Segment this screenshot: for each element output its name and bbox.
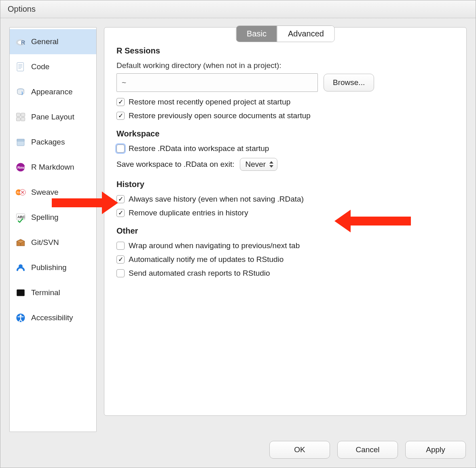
svg-rect-14 (17, 139, 24, 141)
sidebar-item-label: Git/SVN (31, 238, 59, 247)
heading-other: Other (116, 226, 454, 236)
checkbox-label: Restore most recently opened project at … (129, 98, 290, 106)
sidebar-item-label: Pane Layout (31, 113, 74, 121)
settings-panel: R Sessions Default working directory (wh… (104, 27, 467, 416)
sidebar-item-spelling[interactable]: ABC Spelling (10, 205, 96, 230)
svg-text:ABC: ABC (17, 215, 25, 219)
rmarkdown-icon: Rmd (15, 162, 26, 173)
heading-workspace: Workspace (116, 129, 454, 138)
heading-history: History (116, 180, 454, 189)
checkbox-notify-updates[interactable] (116, 255, 125, 264)
sidebar-item-label: General (31, 37, 59, 46)
sidebar-item-label: Terminal (31, 288, 60, 297)
checkbox-label: Wrap around when navigating to previous/… (129, 241, 300, 250)
svg-text:Rmd: Rmd (17, 166, 25, 170)
svg-rect-3 (17, 62, 23, 71)
save-workspace-label: Save workspace to .RData on exit: (116, 160, 234, 169)
package-icon (15, 136, 26, 148)
dialog-body: R General Code Appearance Pane (0, 18, 476, 441)
browse-button[interactable]: Browse... (324, 74, 374, 91)
tab-basic[interactable]: Basic (236, 26, 277, 42)
sidebar-item-terminal[interactable]: Terminal (10, 280, 96, 305)
panes-icon (15, 111, 26, 123)
sidebar-item-code[interactable]: Code (10, 54, 96, 79)
sidebar-item-general[interactable]: R General (10, 29, 96, 54)
tab-advanced[interactable]: Advanced (277, 26, 334, 42)
annotation-arrow-left (52, 198, 104, 207)
sidebar-item-label: Sweave (31, 188, 59, 197)
svg-rect-11 (16, 117, 20, 121)
svg-rect-23 (17, 289, 25, 296)
checkbox-label: Always save history (even when not savin… (129, 195, 304, 204)
sidebar-item-label: Accessibility (31, 313, 73, 322)
sidebar-item-pane-layout[interactable]: Pane Layout (10, 104, 96, 130)
select-value: Never (245, 160, 266, 169)
document-icon (15, 61, 26, 72)
annotation-arrow-right (348, 217, 411, 225)
dialog-title: Options (0, 0, 476, 18)
sidebar-item-label: Publishing (31, 263, 67, 272)
accessibility-icon (15, 312, 26, 323)
ok-button[interactable]: OK (269, 441, 330, 459)
svg-point-25 (20, 315, 22, 317)
publishing-icon (15, 262, 26, 273)
sidebar-item-accessibility[interactable]: Accessibility (10, 305, 96, 330)
heading-r-sessions: R Sessions (116, 46, 454, 55)
checkbox-label: Restore previously open source documents… (129, 111, 311, 120)
apply-button[interactable]: Apply (405, 441, 466, 459)
dialog-footer: OK Cancel Apply (0, 441, 476, 468)
sidebar-item-label: Packages (31, 138, 65, 147)
svg-text:R: R (21, 39, 25, 46)
sidebar-item-label: Spelling (31, 213, 59, 222)
svg-rect-12 (21, 117, 25, 121)
sidebar-item-rmarkdown[interactable]: Rmd R Markdown (10, 155, 96, 180)
checkbox-label: Remove duplicate entries in history (129, 208, 248, 217)
cancel-button[interactable]: Cancel (337, 441, 398, 459)
save-workspace-select[interactable]: Never (240, 158, 277, 171)
checkbox-restore-rdata[interactable] (116, 145, 125, 153)
sidebar-item-label: Appearance (31, 87, 72, 96)
spellcheck-icon: ABC (15, 212, 26, 223)
checkbox-label: Send automated crash reports to RStudio (129, 269, 270, 278)
sweave-icon: Rnw (15, 187, 26, 198)
sidebar-item-label: R Markdown (31, 163, 74, 172)
svg-rect-9 (16, 113, 20, 117)
checkbox-restore-project[interactable] (116, 98, 125, 106)
checkbox-label: Restore .RData into workspace at startup (129, 144, 269, 153)
workdir-input[interactable] (116, 73, 318, 92)
sidebar-item-label: Code (31, 62, 49, 71)
tabs: Basic Advanced (236, 26, 335, 42)
checkbox-restore-docs[interactable] (116, 112, 125, 120)
sidebar-item-publishing[interactable]: Publishing (10, 255, 96, 280)
svg-rect-10 (21, 113, 25, 117)
box-icon (15, 237, 26, 248)
checkbox-label: Automatically notify me of updates to RS… (129, 255, 283, 264)
sidebar-item-appearance[interactable]: Appearance (10, 79, 96, 104)
sidebar-item-packages[interactable]: Packages (10, 130, 96, 155)
checkbox-crash-reports[interactable] (116, 269, 125, 277)
terminal-icon (15, 287, 26, 298)
sidebar-item-git-svn[interactable]: Git/SVN (10, 230, 96, 255)
r-logo-icon: R (15, 36, 26, 47)
checkbox-wrap-tabs[interactable] (116, 242, 125, 250)
sidebar: R General Code Appearance Pane (9, 27, 97, 432)
paint-bucket-icon (15, 86, 26, 98)
main-panel: Basic Advanced R Sessions Default workin… (104, 27, 467, 432)
options-dialog: Options R General Code A (0, 0, 476, 468)
workdir-label: Default working directory (when not in a… (116, 61, 454, 70)
